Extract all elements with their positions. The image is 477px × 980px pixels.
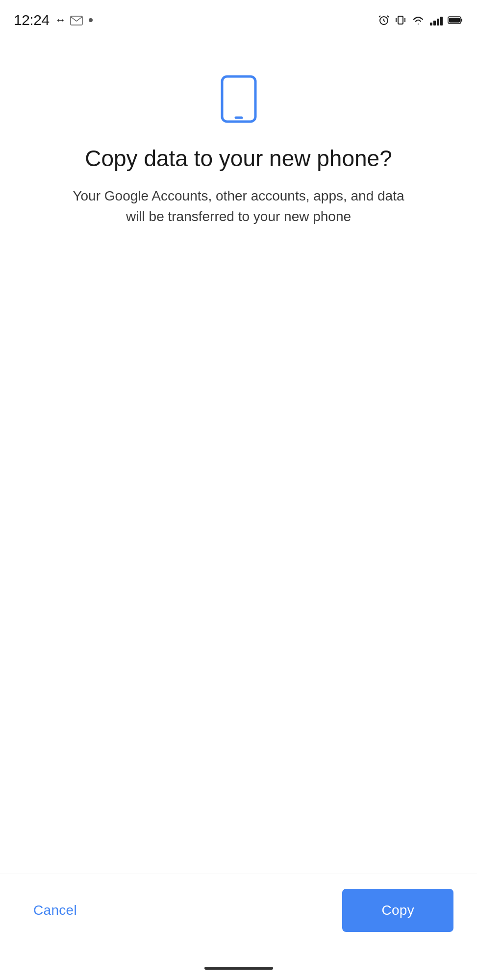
nav-home-indicator [204,967,273,970]
svg-rect-2 [398,16,403,24]
bottom-actions: Cancel Copy [0,874,477,956]
cancel-button[interactable]: Cancel [24,895,87,926]
svg-rect-5 [449,18,460,23]
signal-icon [430,15,443,25]
svg-rect-0 [71,16,82,25]
svg-rect-4 [461,19,462,22]
status-bar: 12:24 ↔ [0,0,477,35]
svg-rect-7 [230,81,248,115]
gmail-icon [70,15,83,25]
phone-icon-container [217,75,260,126]
battery-icon [448,16,463,25]
svg-rect-6 [222,76,255,122]
alarm-icon [378,14,390,26]
status-bar-left: 12:24 ↔ [14,12,93,28]
vibrate-icon [395,14,406,26]
page-subtitle: Your Google Accounts, other accounts, ap… [72,186,405,227]
status-time: 12:24 [14,12,50,28]
arrow-icon: ↔ [55,14,66,26]
status-bar-right [378,14,463,26]
page-title: Copy data to your new phone? [85,145,392,172]
bottom-nav-bar [0,956,477,980]
notification-icons: ↔ [55,14,93,26]
wifi-icon [411,15,425,25]
copy-button[interactable]: Copy [342,889,453,932]
notification-dot [89,18,93,22]
phone-icon [217,75,260,124]
main-content: Copy data to your new phone? Your Google… [0,35,477,874]
